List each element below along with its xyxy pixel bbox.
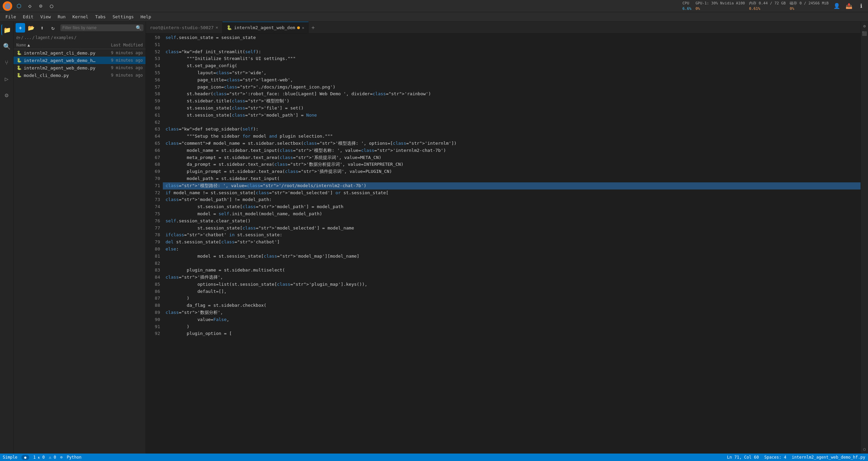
line-number: 80 — [149, 246, 160, 253]
activity-debug-icon[interactable]: ▷ — [1, 73, 12, 84]
code-line: default=[], — [163, 288, 861, 295]
code-line: plugin_prompt = st.sidebar.text_area(cla… — [163, 168, 861, 175]
user-icon[interactable]: 👤 — [833, 2, 841, 10]
language-mode[interactable]: Python — [67, 455, 81, 460]
new-file-button[interactable]: + — [16, 23, 25, 33]
scroll-right-icon[interactable]: ○ — [862, 446, 868, 452]
code-line: page_icon=class="str">'./docs/imgs/lagen… — [163, 84, 861, 91]
breadcrumb-lagent[interactable]: lagent — [35, 35, 50, 40]
breadcrumb-home[interactable]: 🗁 — [16, 35, 20, 40]
tab-editor[interactable]: 🐍 internlm2_agent_web_dem ✕ — [223, 22, 309, 34]
breadcrumb-ellipsis[interactable]: ... — [24, 35, 32, 40]
code-line: class="kw">def setup_sidebar(self): — [163, 126, 861, 133]
code-line: del st.session_state[class="str">'chatbo… — [163, 239, 861, 246]
sidebar-toolbar: + 📂 ⬆ ↻ 🔍 — [14, 22, 146, 34]
code-line: ) — [163, 295, 861, 302]
code-line: model = self.init_model(model_name, mode… — [163, 211, 861, 218]
file-item[interactable]: 🐍 internlm2_agent_cli_demo.py 9 minutes … — [14, 49, 146, 57]
menu-view[interactable]: View — [38, 14, 54, 20]
vscode-icon[interactable]: ◇ — [26, 2, 34, 10]
file-item[interactable]: 🐍 model_cli_demo.py 9 minutes ago — [14, 72, 146, 79]
code-line: class="str">'数据分析', — [163, 309, 861, 316]
col-modified-header: Last Modified — [99, 43, 143, 47]
file-name: model_cli_demo.py — [24, 73, 97, 78]
line-number: 88 — [149, 302, 160, 309]
code-line — [163, 41, 861, 48]
file-icon: 🐍 — [16, 65, 22, 71]
upload-button[interactable]: ⬆ — [37, 23, 47, 33]
code-line: st.session_state[class="str">'model_path… — [163, 112, 861, 119]
file-modified: 9 minutes ago — [99, 73, 143, 78]
menu-kernel[interactable]: Kernel — [70, 14, 91, 20]
code-line: st.session_state[class="str">'model_sele… — [163, 225, 861, 232]
line-number: 67 — [149, 154, 160, 161]
refresh-button[interactable]: ↻ — [48, 23, 58, 33]
menu-tabs[interactable]: Tabs — [92, 14, 108, 20]
editor-area: root@intern-studio-50027 ✕ 🐍 internlm2_a… — [146, 22, 861, 454]
settings-icon[interactable]: ⚙ — [862, 23, 868, 29]
tabs-bar: root@intern-studio-50027 ✕ 🐍 internlm2_a… — [146, 22, 861, 34]
line-number: 76 — [149, 218, 160, 225]
line-number: 56 — [149, 77, 160, 84]
menu-help[interactable]: Help — [138, 14, 154, 20]
line-number: 86 — [149, 288, 160, 295]
code-line: st.session_state[class="str">'file'] = s… — [163, 105, 861, 112]
line-number: 84 — [149, 274, 160, 281]
browser-icon[interactable]: ◯ — [47, 2, 56, 10]
line-numbers: 5051525354555657585960616263646566676869… — [146, 34, 163, 454]
upload-icon[interactable]: 📤 — [845, 2, 853, 10]
line-number: 79 — [149, 239, 160, 246]
code-line: if class="str">'chatbot' in st.session_s… — [163, 232, 861, 239]
col-name-header[interactable]: Name ▲ — [16, 43, 99, 47]
file-modified: 9 minutes ago — [99, 58, 143, 63]
line-number: 72 — [149, 189, 160, 197]
code-content[interactable]: self.session_state = session_state class… — [163, 34, 861, 454]
line-number: 63 — [149, 126, 160, 133]
code-line: st.sidebar.title(class="str">'模型控制') — [163, 98, 861, 105]
terminal-icon[interactable]: ⊙ — [37, 2, 45, 10]
file-header: Name ▲ Last Modified — [14, 41, 146, 49]
line-number: 62 — [149, 119, 160, 126]
file-item[interactable]: 🐍 internlm2_agent_web_demo_hf.py 9 minut… — [14, 57, 146, 64]
code-line: st.session_state[class="str">'model_path… — [163, 203, 861, 211]
code-line: da_flag = st.sidebar.checkbox( — [163, 302, 861, 309]
tab-close-icon2[interactable]: ✕ — [302, 25, 304, 30]
activity-files-icon[interactable]: 📁 — [1, 24, 12, 35]
line-number: 78 — [149, 232, 160, 239]
tab-add-button[interactable]: + — [309, 24, 317, 31]
line-number: 90 — [149, 316, 160, 323]
tab-terminal[interactable]: root@intern-studio-50027 ✕ — [146, 22, 223, 34]
terminal-right-icon[interactable]: ⬛ — [862, 31, 868, 37]
tab-close-icon[interactable]: ✕ — [216, 25, 218, 30]
breadcrumb-examples[interactable]: examples — [54, 35, 74, 40]
activity-search-icon[interactable]: 🔍 — [1, 41, 12, 52]
menu-run[interactable]: Run — [55, 14, 68, 20]
status-bar: Simple ● 1 𝐬 0 ⚠ 0 ⊙ Python Ln 71, Col 6… — [0, 454, 868, 461]
toggle-simple[interactable]: ● — [21, 455, 29, 460]
line-number: 64 — [149, 133, 160, 140]
search-input[interactable] — [62, 25, 134, 30]
error-count: 1 𝐬 0 — [33, 455, 45, 460]
line-number: 57 — [149, 84, 160, 91]
menu-edit[interactable]: Edit — [20, 14, 36, 20]
disk-value: 0% — [790, 6, 829, 11]
info-icon[interactable]: ℹ — [857, 2, 865, 10]
file-item[interactable]: 🐍 internlm2_agent_web_demo.py 9 minutes … — [14, 64, 146, 72]
file-modified: 9 minutes ago — [99, 51, 143, 55]
line-number: 89 — [149, 309, 160, 316]
line-number: 61 — [149, 112, 160, 119]
menu-settings[interactable]: Settings — [110, 14, 137, 20]
sidebar: + 📂 ⬆ ↻ 🔍 🗁 / ... / lagent / examples / … — [14, 22, 146, 454]
menu-file[interactable]: File — [3, 14, 19, 20]
cpu-value: 6.6% — [682, 6, 692, 11]
new-folder-button[interactable]: 📂 — [26, 23, 36, 33]
file-list: 🐍 internlm2_agent_cli_demo.py 9 minutes … — [14, 49, 146, 454]
warning-count: ⚠ 0 — [49, 455, 56, 460]
code-line: meta_prompt = st.sidebar.text_area(class… — [163, 154, 861, 161]
activity-extensions-icon[interactable]: ⚙ — [1, 89, 12, 100]
code-line: plugin_name = st.sidebar.multiselect( — [163, 267, 861, 274]
activity-git-icon[interactable]: ⑂ — [1, 57, 12, 68]
line-number: 66 — [149, 147, 160, 154]
jupyter-icon[interactable]: ⬡ — [15, 2, 23, 10]
gpu-value: 0% — [695, 6, 745, 11]
